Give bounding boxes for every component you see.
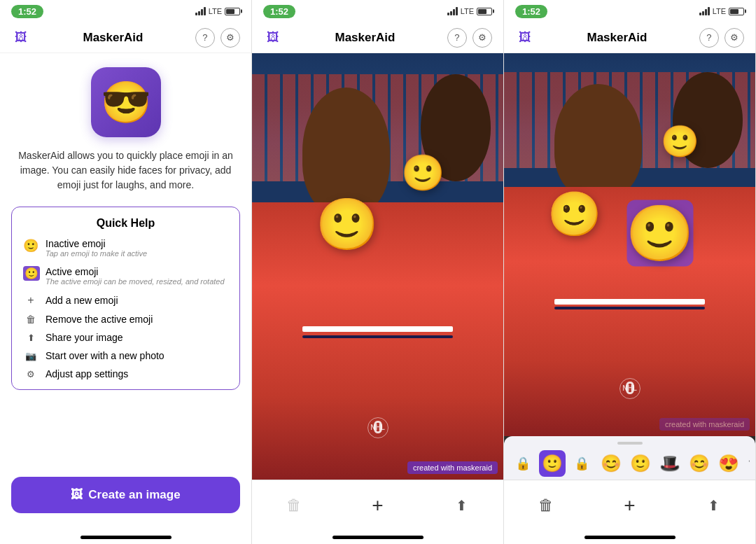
help-share: ⬆ Share your image (23, 332, 228, 343)
status-time-1: 1:52 (11, 5, 43, 18)
emoji-face-large-2[interactable]: 🙂 (316, 199, 379, 249)
add-btn-2[interactable]: + (363, 491, 391, 519)
status-icons-3: LTE (699, 7, 744, 15)
nav-title-3: MaskerAid (587, 31, 648, 45)
plus-icon-3: + (624, 494, 635, 517)
inactive-emoji-icon: 🙂 (23, 238, 38, 253)
question-btn-2[interactable]: ? (447, 28, 467, 48)
help-add: + Add a new emoji (23, 294, 228, 307)
active-sublabel: The active emoji can be moved, resized, … (46, 277, 225, 286)
quick-help-box: Quick Help 🙂 Inactive emoji Tap an emoji… (11, 207, 240, 390)
nhl-logo-2: NHL (368, 417, 388, 438)
delete-btn-3[interactable]: 🗑 (532, 491, 560, 519)
home-bar-2 (332, 536, 424, 539)
gear-btn-1[interactable]: ⚙ (220, 28, 240, 48)
settings-label: Adjust app settings (46, 368, 128, 379)
app-icon: 😎 (91, 67, 161, 137)
gear-btn-2[interactable]: ⚙ (472, 28, 492, 48)
photo-nav-icon-2[interactable]: 🖼 (263, 28, 283, 48)
help-new-photo: 📷 Start over with a new photo (23, 350, 228, 361)
status-icons-1: LTE (195, 7, 240, 15)
quick-help-title: Quick Help (23, 217, 228, 230)
add-icon: + (23, 294, 38, 307)
nav-bar-3: 🖼 MaskerAid ? ⚙ (504, 22, 755, 53)
share-label: Share your image (46, 332, 123, 343)
photo-area-3[interactable]: 0 NHL 🙂 🙂 🙂 created with maskeraid 🔒 🙂 🔒… (504, 53, 755, 480)
emoji-face-small-2[interactable]: 🙂 (401, 155, 444, 190)
plus-icon-2: + (372, 494, 383, 517)
watermark-3: created with maskeraid (659, 418, 750, 431)
share-icon-help: ⬆ (23, 333, 38, 343)
home-indicator-2 (252, 530, 503, 544)
emoji-pick-hat[interactable]: 🎩 (657, 450, 683, 477)
nhl-logo-3: NHL (620, 378, 640, 399)
action-bar-2: 🗑 + ⬆ (252, 480, 503, 530)
nav-right-1: ? ⚙ (195, 28, 240, 48)
delete-btn-2[interactable]: 🗑 (280, 491, 308, 519)
nav-bar-2: 🖼 MaskerAid ? ⚙ (252, 22, 503, 53)
emoji-pick-lock1[interactable]: 🔒 (510, 450, 536, 477)
inactive-text: Inactive emoji Tap an emoji to make it a… (46, 238, 147, 258)
network-label-3: LTE (713, 7, 726, 15)
home-indicator-3 (504, 530, 755, 544)
watermark-2: created with maskeraid (407, 461, 498, 474)
add-label: Add a new emoji (46, 295, 118, 306)
app-description: MaskerAid allows you to quickly place em… (11, 148, 240, 193)
network-label-2: LTE (461, 7, 474, 15)
status-time-3: 1:52 (515, 5, 547, 18)
question-btn-3[interactable]: ? (699, 28, 719, 48)
signal-bars-2 (447, 7, 458, 15)
inactive-label: Inactive emoji (46, 238, 147, 249)
home-bar-3 (584, 536, 676, 539)
panel-photo-picker: 1:52 LTE 🖼 MaskerAid ? ⚙ (504, 0, 756, 544)
active-text: Active emoji The active emoji can be mov… (46, 266, 225, 286)
share-btn-2[interactable]: ⬆ (447, 491, 475, 519)
photo-nav-icon-3[interactable]: 🖼 (515, 28, 535, 48)
photo-nav-icon-1[interactable]: 🖼 (11, 28, 31, 48)
photo-background-2: 0 NHL 🙂 🙂 created with maskeraid (252, 53, 503, 480)
network-label-1: LTE (209, 7, 222, 15)
emoji-pick-smile-active[interactable]: 🙂 (539, 450, 566, 477)
signal-bars-1 (195, 7, 206, 15)
status-icons-2: LTE (447, 7, 492, 15)
battery-icon-2 (477, 8, 492, 15)
create-image-button[interactable]: 🖼 Create an image (11, 477, 240, 513)
question-btn-1[interactable]: ? (195, 28, 215, 48)
status-bar-1: 1:52 LTE (0, 0, 251, 22)
gear-btn-3[interactable]: ⚙ (724, 28, 744, 48)
emoji-pick-smile2[interactable]: 🙂 (627, 450, 654, 477)
nav-title-1: MaskerAid (83, 31, 144, 45)
status-time-2: 1:52 (263, 5, 295, 18)
emoji-pick-grad[interactable]: 🎓 (745, 450, 750, 477)
nav-right-2: ? ⚙ (447, 28, 492, 48)
delete-icon-2: 🗑 (286, 496, 302, 515)
action-bar-3: 🗑 + ⬆ (504, 480, 755, 530)
share-icon-2: ⬆ (456, 497, 468, 514)
emoji-face-top-3[interactable]: 🙂 (661, 126, 699, 157)
emoji-picker-3[interactable]: 🔒 🙂 🔒 😊 🙂 🎩 😊 😍 🎓 😄 (504, 436, 755, 480)
emoji-face-active-3[interactable]: 🙂 (626, 206, 694, 260)
create-image-label: Create an image (88, 488, 180, 502)
emoji-pick-blush[interactable]: 😊 (598, 450, 624, 477)
create-image-icon: 🖼 (71, 488, 83, 502)
signal-bars-3 (699, 7, 710, 15)
emoji-pick-lock2[interactable]: 🔒 (568, 450, 595, 477)
jersey-stripe-2 (252, 300, 503, 480)
home-bar-1 (80, 536, 172, 539)
nav-bar-1: 🖼 MaskerAid ? ⚙ (0, 22, 251, 53)
photo-area-2[interactable]: 0 NHL 🙂 🙂 created with maskeraid (252, 53, 503, 480)
delete-icon-3: 🗑 (538, 496, 554, 515)
emoji-pick-smile3[interactable]: 😊 (686, 450, 713, 477)
hair-area-3 (554, 84, 643, 199)
inactive-sublabel: Tap an emoji to make it active (46, 249, 147, 258)
photo-background-3: 0 NHL 🙂 🙂 🙂 created with maskeraid (504, 53, 755, 436)
share-btn-3[interactable]: ⬆ (699, 491, 727, 519)
battery-icon-3 (729, 8, 744, 15)
add-btn-3[interactable]: + (615, 491, 643, 519)
nav-right-3: ? ⚙ (699, 28, 744, 48)
panel-content-1: 😎 MaskerAid allows you to quickly place … (0, 53, 251, 466)
emoji-pick-love[interactable]: 😍 (715, 450, 742, 477)
emoji-face-left-3[interactable]: 🙂 (547, 193, 601, 236)
nav-title-2: MaskerAid (335, 31, 396, 45)
active-emoji-icon: 🙂 (23, 266, 40, 281)
